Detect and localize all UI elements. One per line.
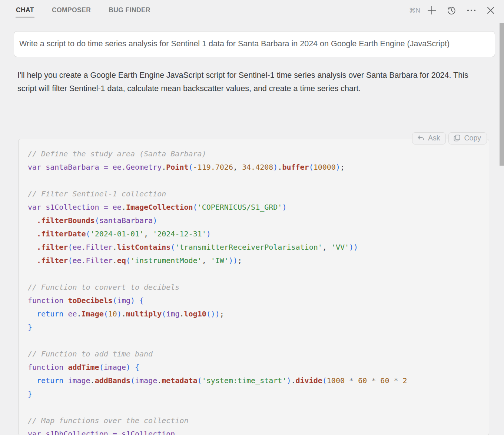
code-lines: // Define the study area (Santa Barbara)…: [28, 147, 480, 435]
copy-icon: [453, 134, 461, 142]
code-line: // Filter Sentinel-1 collection: [28, 187, 480, 200]
new-chat-shortcut-label: ⌘N: [409, 7, 420, 14]
code-line: }: [28, 387, 480, 401]
code-line: return image.addBands(image.metadata('sy…: [28, 374, 480, 387]
copy-button[interactable]: Copy: [448, 132, 487, 145]
code-line: // Define the study area (Santa Barbara): [28, 147, 480, 160]
topbar-actions: ⌘N: [409, 5, 495, 16]
code-line: .filterDate('2024-01-01', '2024-12-31'): [28, 227, 480, 240]
code-line: function toDecibels(img) {: [28, 294, 480, 307]
code-line: .filter(ee.Filter.listContains('transmit…: [28, 240, 480, 254]
code-line: .filter(ee.Filter.eq('instrumentMode', '…: [28, 254, 480, 267]
tab-bar: CHAT COMPOSER BUG FINDER: [16, 3, 151, 17]
scrollbar-thumb[interactable]: [500, 23, 504, 166]
ask-button-label: Ask: [428, 134, 440, 142]
close-icon[interactable]: [486, 6, 495, 15]
code-line: [28, 174, 480, 187]
code-line: [28, 334, 480, 347]
new-chat-plus-icon[interactable]: [427, 5, 437, 16]
code-line: var s1Collection = ee.ImageCollection('C…: [28, 200, 480, 214]
code-line: [28, 267, 480, 280]
ask-button[interactable]: Ask: [412, 132, 446, 145]
history-icon[interactable]: [446, 5, 457, 16]
tab-chat[interactable]: CHAT: [16, 3, 34, 17]
tab-bug-finder[interactable]: BUG FINDER: [108, 3, 151, 17]
chat-panel-topbar: CHAT COMPOSER BUG FINDER ⌘N: [0, 0, 504, 21]
code-line: .filterBounds(santaBarbara): [28, 214, 480, 227]
assistant-message-text: I'll help you create a Google Earth Engi…: [17, 69, 489, 95]
tab-composer[interactable]: COMPOSER: [52, 3, 91, 17]
code-line: // Function to add time band: [28, 347, 480, 361]
code-line: return ee.Image(10).multiply(img.log10()…: [28, 307, 480, 321]
more-ellipsis-icon[interactable]: [466, 5, 477, 16]
code-line: var santaBarbara = ee.Geometry.Point(-11…: [28, 160, 480, 174]
ask-reply-arrow-icon: [417, 135, 425, 142]
code-line: function addTime(image) {: [28, 361, 480, 374]
code-line: var s1DbCollection = s1Collection: [28, 427, 480, 435]
code-action-buttons: Ask Copy: [412, 132, 487, 145]
user-message-text: Write a script to do time series analysi…: [19, 39, 450, 48]
code-line: // Function to convert to decibels: [28, 280, 480, 294]
code-line: }: [28, 321, 480, 334]
copy-button-label: Copy: [464, 134, 481, 142]
code-line: [28, 401, 480, 414]
code-line: // Map functions over the collection: [28, 414, 480, 427]
user-message-box[interactable]: Write a script to do time series analysi…: [14, 31, 495, 57]
code-block: // Define the study area (Santa Barbara)…: [18, 139, 489, 435]
